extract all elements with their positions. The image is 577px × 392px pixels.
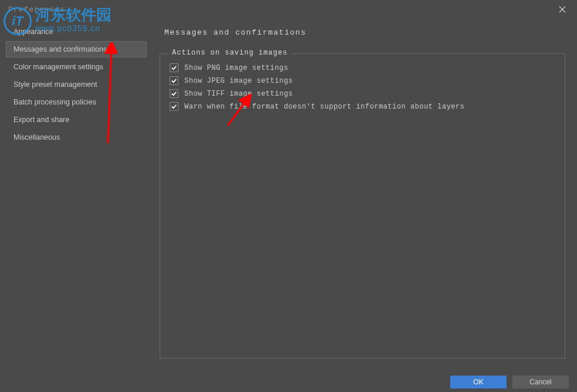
sidebar: Appearance Messages and confirmations Co… [0,19,153,372]
checkbox-label: Show TIFF image settings [184,90,293,98]
fieldset-actions-saving: Actions on saving images Show PNG image … [160,53,565,359]
sidebar-item-label: Export and share [14,116,69,124]
sidebar-item-label: Style preset management [14,80,97,89]
content-heading: Messages and confirmations [160,28,565,37]
check-icon [171,90,177,97]
sidebar-item-export-share[interactable]: Export and share [6,111,147,128]
checkbox-show-tiff[interactable] [170,89,178,98]
sidebar-item-appearance[interactable]: Appearance [6,23,147,40]
close-icon [559,6,566,13]
sidebar-item-label: Batch processing policies [14,98,96,106]
checkbox-row-jpeg: Show JPEG image settings [170,75,555,85]
checkbox-row-warn-layers: Warn when file format doesn't support in… [170,101,555,111]
checkbox-row-png: Show PNG image settings [170,62,555,72]
sidebar-item-label: Messages and confirmations [14,45,107,53]
check-icon [171,103,177,110]
checkbox-label: Show JPEG image settings [184,77,293,85]
window-title: Preferences [8,5,65,14]
checkbox-label: Warn when file format doesn't support in… [184,103,464,111]
titlebar: Preferences [0,0,577,19]
checkbox-show-png[interactable] [170,63,178,72]
sidebar-item-batch-processing[interactable]: Batch processing policies [6,94,147,110]
footer: OK Cancel [0,372,577,392]
sidebar-item-miscellaneous[interactable]: Miscellaneous [6,129,147,146]
sidebar-item-label: Miscellaneous [14,133,60,141]
cancel-button[interactable]: Cancel [512,376,569,388]
sidebar-item-color-management[interactable]: Color management settings [6,59,147,75]
sidebar-item-messages-confirmations[interactable]: Messages and confirmations [6,41,147,58]
fieldset-legend: Actions on saving images [168,49,291,57]
checkbox-show-jpeg[interactable] [170,76,178,85]
sidebar-item-label: Appearance [14,28,53,36]
checkbox-warn-layers[interactable] [170,102,178,111]
close-button[interactable] [551,1,573,18]
check-icon [171,65,177,71]
content-area: Messages and confirmations Actions on sa… [153,19,577,372]
sidebar-item-style-preset[interactable]: Style preset management [6,76,147,93]
checkbox-label: Show PNG image settings [184,64,288,72]
checkbox-row-tiff: Show TIFF image settings [170,88,555,98]
main-container: Appearance Messages and confirmations Co… [0,19,577,372]
ok-button[interactable]: OK [450,376,507,388]
check-icon [171,77,177,84]
sidebar-item-label: Color management settings [14,63,103,71]
